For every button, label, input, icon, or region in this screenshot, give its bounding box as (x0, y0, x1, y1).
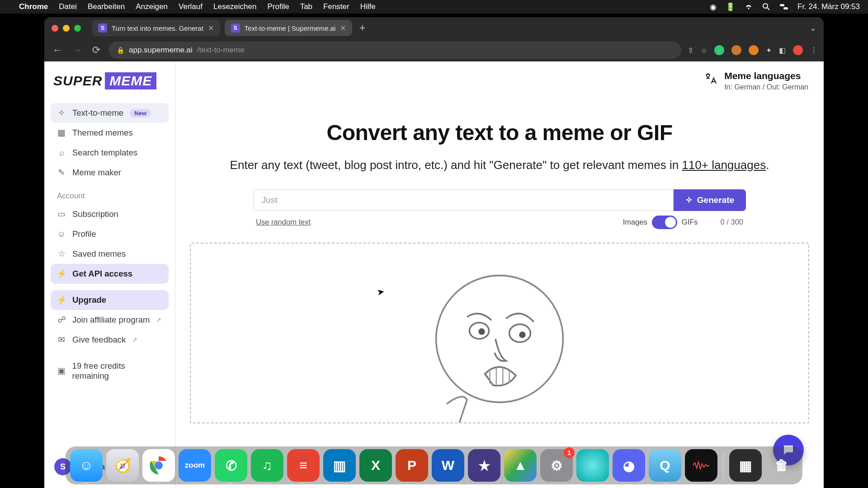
dock-todoist[interactable]: ≡ (287, 449, 320, 482)
sidebar-item-affiliate[interactable]: ☍ Join affiliate program ↗ (51, 310, 169, 330)
url-input[interactable]: 🔒 app.supermeme.ai/text-to-meme (108, 42, 681, 59)
dock-discord[interactable]: ◕ (613, 449, 645, 482)
sidebar-item-label: Meme maker (72, 168, 121, 178)
wand-icon: ✎ (57, 168, 66, 178)
dock-excel[interactable]: X (359, 449, 392, 482)
extension-icon[interactable] (749, 45, 759, 55)
sidebar-item-subscription[interactable]: ▭ Subscription (51, 204, 169, 224)
menu-verlauf[interactable]: Verlauf (179, 2, 203, 11)
url-path: /text-to-meme (197, 46, 245, 55)
dock-quicktime[interactable]: Q (649, 449, 681, 482)
svg-point-0 (763, 4, 768, 8)
tab-2[interactable]: S Text-to-meme | Supermeme.ai ✕ (225, 20, 352, 36)
sidebar-item-label: Themed memes (72, 128, 133, 138)
logo-word-super: SUPER (53, 73, 105, 89)
generate-button[interactable]: ✧ Generate (674, 189, 746, 211)
close-window-button[interactable] (52, 25, 58, 32)
back-button[interactable]: ← (51, 42, 64, 58)
menu-tab[interactable]: Tab (300, 2, 312, 11)
menu-anzeigen[interactable]: Anzeigen (136, 2, 168, 11)
tab-close-icon[interactable]: ✕ (208, 24, 214, 33)
new-badge: New (130, 109, 151, 117)
dock-siri[interactable] (576, 449, 609, 482)
sidebar-item-label: Saved memes (72, 249, 126, 259)
dock-chrome[interactable] (142, 449, 175, 482)
random-text-link[interactable]: Use random text (256, 218, 311, 226)
dock-separator (723, 452, 724, 479)
window-controls (52, 25, 81, 32)
extension-icon[interactable] (731, 45, 741, 55)
menubar-clock[interactable]: Fr. 24. März 09:53 (797, 2, 860, 11)
menu-profile[interactable]: Profile (267, 2, 289, 11)
dock-powerpoint[interactable]: P (396, 449, 428, 482)
forward-button[interactable]: → (71, 42, 84, 58)
sidebar-item-themed[interactable]: ▦ Themed memes (51, 123, 169, 143)
menu-datei[interactable]: Datei (59, 2, 77, 11)
wifi-icon[interactable] (744, 3, 753, 10)
menu-lesezeichen[interactable]: Lesezeichen (213, 2, 256, 11)
app-logo[interactable]: SUPER MEME (53, 72, 166, 89)
sidebar-item-text-to-meme[interactable]: ✧ Text-to-meme New (51, 103, 169, 123)
fullscreen-window-button[interactable] (74, 25, 81, 32)
minimize-window-button[interactable] (63, 25, 70, 32)
tab-1[interactable]: S Turn text into memes. Generat ✕ (92, 20, 220, 36)
dock-spotify[interactable]: ♫ (251, 449, 283, 482)
sidebar-item-feedback[interactable]: ✉ Give feedback ↗ (51, 330, 169, 350)
menu-bearbeiten[interactable]: Bearbeiten (88, 2, 125, 11)
share-icon[interactable]: ⇧ (688, 46, 693, 55)
sidebar-item-upgrade[interactable]: ⚡ Upgrade (51, 290, 169, 310)
menu-hilfe[interactable]: Hilfe (360, 2, 376, 11)
dock-google-drive[interactable]: ▲ (504, 449, 537, 482)
dock-trello[interactable]: ▥ (323, 449, 356, 482)
dock-settings[interactable]: ⚙1 (540, 449, 573, 482)
svg-point-8 (519, 331, 525, 338)
dock-zoom[interactable]: zoom (179, 449, 211, 482)
meme-text-input[interactable] (253, 189, 674, 211)
main-content: Meme languages In: German / Out: German … (175, 61, 824, 488)
dock-finder[interactable]: ☺ (70, 449, 103, 482)
battery-icon[interactable]: 🔋 (726, 2, 735, 12)
dock-word[interactable]: W (432, 449, 464, 482)
sidebar-item-label: Join affiliate program (72, 315, 150, 325)
sidepanel-icon[interactable]: ◧ (779, 46, 786, 55)
bolt-icon: ⚡ (57, 269, 66, 279)
spotlight-icon[interactable] (762, 3, 770, 11)
dock-whatsapp[interactable]: ✆ (215, 449, 247, 482)
sidebar-item-credits: ▣ 19 free credits remaining (51, 356, 169, 386)
search-icon: ⌕ (57, 148, 66, 158)
sidebar-item-maker[interactable]: ✎ Meme maker (51, 163, 169, 183)
menu-fenster[interactable]: Fenster (323, 2, 349, 11)
dock-trash[interactable]: 🗑 (765, 449, 798, 482)
dock-mission-control[interactable]: ▦ (729, 449, 762, 482)
sidebar-item-label: 19 free credits remaining (72, 361, 162, 381)
ticket-icon: ▣ (57, 366, 66, 376)
sidebar-item-api[interactable]: ⚡ Get API access (51, 264, 169, 284)
reload-button[interactable]: ⟳ (90, 42, 102, 58)
meme-languages-widget[interactable]: Meme languages In: German / Out: German (703, 70, 808, 91)
bookmark-icon[interactable]: ☆ (701, 46, 707, 55)
sidebar-item-search[interactable]: ⌕ Search templates (51, 143, 169, 163)
output-type-toggle[interactable] (652, 216, 677, 229)
extension-icon[interactable] (714, 45, 724, 55)
control-center-icon[interactable] (779, 3, 788, 10)
tab-close-icon[interactable]: ✕ (340, 24, 346, 33)
dock-voice-memos[interactable] (685, 449, 717, 482)
new-tab-button[interactable]: + (357, 22, 368, 34)
sidebar-item-saved[interactable]: ☆ Saved memes (51, 244, 169, 264)
sidebar-item-label: Get API access (72, 269, 132, 279)
kebab-menu-icon[interactable]: ⋮ (810, 46, 817, 55)
card-icon: ▭ (57, 209, 66, 219)
svg-point-10 (155, 461, 163, 469)
profile-avatar-icon[interactable] (793, 45, 803, 55)
tabs-overflow-icon[interactable]: ⌄ (810, 23, 816, 33)
tab-favicon: S (98, 23, 107, 33)
languages-link[interactable]: 110+ languages (682, 158, 766, 172)
record-icon[interactable]: ◉ (710, 2, 717, 12)
dock-safari[interactable]: 🧭 (106, 449, 139, 482)
user-icon: ☺ (57, 229, 66, 239)
extensions-icon[interactable]: ✦ (766, 46, 772, 55)
translate-icon (703, 70, 718, 89)
sidebar-item-profile[interactable]: ☺ Profile (51, 224, 169, 244)
dock-imovie[interactable]: ★ (468, 449, 500, 482)
menubar-app[interactable]: Chrome (19, 2, 48, 11)
